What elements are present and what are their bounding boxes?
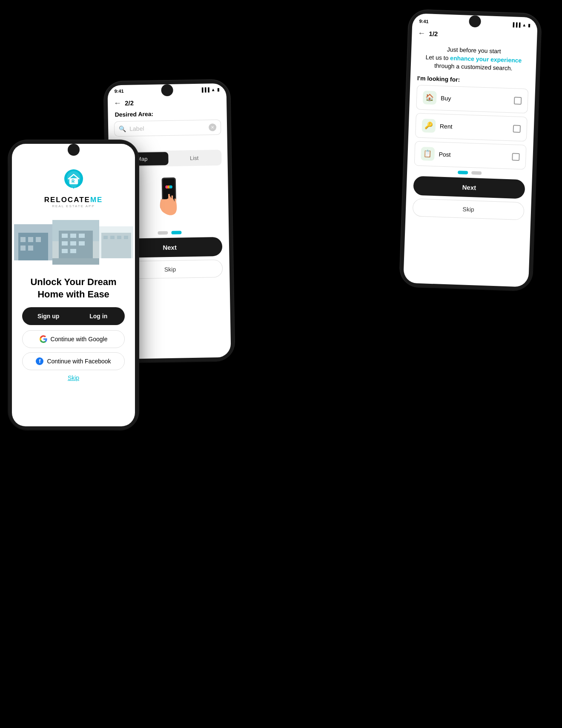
- dot-1-back: [458, 171, 468, 174]
- rent-label: Rent: [440, 123, 453, 130]
- building-img-tertiary: [99, 226, 133, 258]
- phone-back: 9:41 ▐▐▐ ▲ ▮ ← 1/2 Just before you start…: [400, 10, 541, 291]
- progress-dots-back: [407, 169, 532, 177]
- status-icons-back: ▐▐▐ ▲ ▮: [511, 22, 531, 28]
- post-icon: 📋: [421, 147, 435, 161]
- google-icon: [40, 335, 47, 343]
- svg-rect-26: [70, 249, 76, 253]
- notch-front: [68, 144, 80, 156]
- hand-svg: [152, 173, 186, 225]
- svg-rect-21: [79, 234, 85, 238]
- logo-svg: R: [61, 168, 86, 193]
- skip-link-front[interactable]: Skip: [12, 374, 135, 381]
- back-arrow-mid[interactable]: ←: [114, 99, 121, 108]
- svg-rect-20: [70, 234, 76, 238]
- option-post[interactable]: 📋 Post: [414, 141, 527, 169]
- page-indicator-back: 1/2: [429, 30, 438, 37]
- building-img-main: [52, 220, 99, 265]
- buy-label: Buy: [441, 94, 451, 102]
- back-arrow-back[interactable]: ←: [418, 29, 426, 38]
- building-img-secondary: [14, 224, 52, 260]
- svg-rect-23: [70, 241, 76, 246]
- buy-checkbox[interactable]: [514, 97, 522, 105]
- svg-rect-12: [28, 237, 33, 242]
- signal-icon: ▐▐▐: [511, 22, 521, 27]
- pref-header-back: Just before you start Let us to enhance …: [410, 41, 537, 79]
- post-label: Post: [439, 151, 451, 158]
- svg-rect-19: [62, 234, 68, 238]
- battery-icon-mid: ▮: [217, 87, 220, 91]
- post-checkbox[interactable]: [512, 153, 520, 161]
- google-button-label: Continue with Google: [51, 336, 108, 343]
- svg-rect-32: [117, 236, 121, 239]
- skip-button-back[interactable]: Skip: [413, 198, 525, 220]
- dot-2-back: [471, 171, 482, 175]
- clear-icon[interactable]: ✕: [209, 123, 216, 131]
- facebook-button-label: Continue with Facebook: [47, 358, 111, 365]
- logo-text-color: ME: [90, 196, 103, 204]
- status-icons-mid: ▐▐▐ ▲ ▮: [200, 87, 219, 92]
- status-time-back: 9:41: [419, 19, 428, 24]
- logo-subtitle: Real Estate App: [52, 204, 95, 208]
- rent-icon: 🔑: [422, 119, 436, 133]
- logo-text-black: RELOCATE: [44, 196, 90, 204]
- logo-area: R RELOCATEME Real Estate App: [12, 159, 135, 208]
- next-button-back[interactable]: Next: [413, 176, 525, 199]
- list-tab[interactable]: List: [168, 151, 221, 165]
- back-screen-content: 9:41 ▐▐▐ ▲ ▮ ← 1/2 Just before you start…: [403, 13, 538, 287]
- search-placeholder: Label: [129, 124, 205, 132]
- dot-1-mid: [158, 231, 168, 234]
- svg-rect-13: [36, 237, 41, 242]
- option-buy[interactable]: 🏠 Buy: [416, 85, 528, 113]
- status-time-mid: 9:41: [115, 89, 124, 94]
- building-3-svg: [99, 226, 133, 258]
- buy-icon: 🏠: [423, 91, 437, 105]
- welcome-images: [12, 212, 135, 272]
- svg-rect-30: [103, 236, 108, 239]
- building-2-svg: [14, 224, 52, 260]
- facebook-signin-button[interactable]: f Continue with Facebook: [22, 352, 125, 370]
- signal-icon-mid: ▐▐▐: [200, 87, 209, 92]
- facebook-icon: f: [36, 357, 43, 365]
- login-button[interactable]: Log in: [74, 308, 124, 324]
- svg-rect-25: [62, 249, 68, 253]
- svg-rect-31: [110, 236, 115, 239]
- google-signin-button[interactable]: Continue with Google: [22, 330, 125, 348]
- svg-rect-33: [124, 236, 128, 239]
- signup-button[interactable]: Sign up: [23, 308, 74, 324]
- svg-rect-22: [62, 241, 68, 246]
- svg-rect-14: [20, 246, 26, 251]
- rent-checkbox[interactable]: [513, 125, 521, 133]
- battery-icon: ▮: [528, 23, 530, 27]
- building-1-svg: [52, 220, 99, 265]
- wifi-icon-mid: ▲: [211, 87, 215, 92]
- svg-rect-27: [52, 258, 99, 265]
- svg-text:R: R: [72, 179, 75, 184]
- logo-brand: RELOCATEME: [44, 196, 103, 204]
- page-indicator-mid: 2/2: [125, 99, 134, 106]
- front-screen-content: R RELOCATEME Real Estate App: [12, 144, 135, 426]
- svg-rect-24: [79, 241, 85, 246]
- option-rent[interactable]: 🔑 Rent: [415, 113, 528, 141]
- svg-rect-11: [20, 237, 26, 242]
- phone-front-screen: R RELOCATEME Real Estate App: [12, 144, 135, 426]
- dot-2-mid: [171, 231, 181, 234]
- search-icon-mid: 🔍: [119, 126, 126, 132]
- search-area[interactable]: 🔍 Label ✕: [114, 120, 221, 137]
- welcome-title: Unlock Your Dream Home with Ease: [12, 276, 135, 300]
- svg-rect-15: [28, 246, 33, 251]
- auth-toggle: Sign up Log in: [22, 307, 125, 325]
- wifi-icon: ▲: [522, 23, 526, 27]
- phone-back-screen: 9:41 ▐▐▐ ▲ ▮ ← 1/2 Just before you start…: [403, 13, 538, 287]
- phone-front: R RELOCATEME Real Estate App: [9, 140, 138, 430]
